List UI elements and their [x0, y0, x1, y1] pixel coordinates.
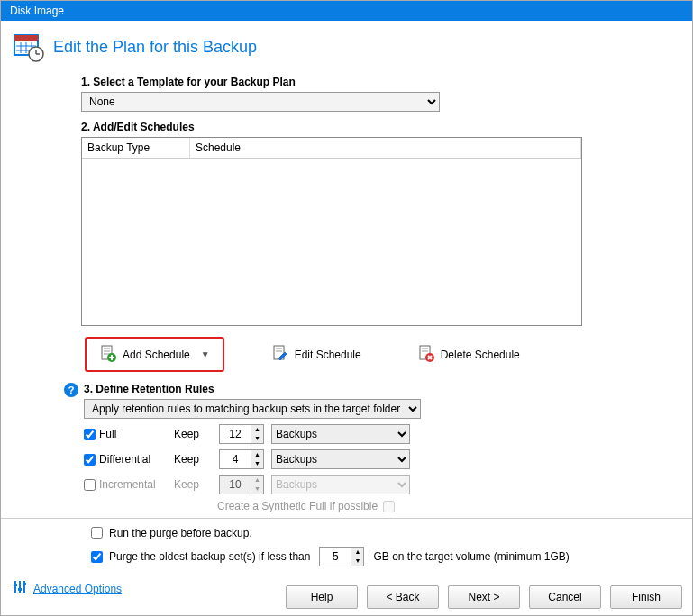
purge-oldest-label: Purge the oldest backup set(s) if less t…	[109, 550, 310, 563]
diff-count-input[interactable]	[220, 450, 251, 468]
schedule-table: Backup Type Schedule	[81, 137, 582, 326]
add-schedule-button[interactable]: Add Schedule ▼	[85, 337, 224, 372]
synthetic-checkbox	[383, 501, 395, 512]
document-delete-icon	[417, 344, 435, 365]
diff-count-spinner[interactable]: ▲▼	[219, 449, 264, 469]
diff-keep-label: Keep	[174, 453, 219, 466]
window-title: Disk Image	[1, 1, 692, 21]
spin-down-icon[interactable]: ▼	[251, 434, 263, 443]
section3-label: 3. Define Retention Rules	[84, 383, 421, 395]
add-schedule-label: Add Schedule	[123, 349, 190, 361]
spin-down-icon[interactable]: ▼	[251, 459, 263, 468]
document-edit-icon	[271, 344, 289, 365]
spin-up-icon[interactable]: ▲	[251, 450, 263, 459]
full-checkbox[interactable]	[84, 429, 96, 440]
purge-gb-input[interactable]	[320, 548, 351, 566]
page-title: Edit the Plan for this Backup	[53, 38, 257, 57]
spin-up-icon: ▲	[251, 476, 263, 485]
calendar-clock-icon	[12, 30, 44, 65]
edit-schedule-button[interactable]: Edit Schedule	[262, 339, 370, 370]
diff-label: Differential	[99, 453, 150, 466]
section1-label: 1. Select a Template for your Backup Pla…	[81, 76, 681, 88]
inc-unit-select: Backups	[271, 475, 410, 494]
diff-unit-select[interactable]: Backups	[271, 449, 410, 469]
inc-count-spinner: ▲▼	[219, 475, 264, 494]
full-unit-select[interactable]: Backups	[271, 424, 410, 444]
help-button[interactable]: Help	[286, 585, 358, 609]
svg-rect-30	[18, 588, 22, 591]
full-keep-label: Keep	[174, 428, 219, 440]
col-schedule[interactable]: Schedule	[190, 138, 581, 158]
run-purge-label: Run the purge before backup.	[109, 527, 252, 539]
inc-checkbox[interactable]	[84, 479, 96, 491]
diff-checkbox[interactable]	[84, 454, 96, 466]
inc-count-input	[220, 476, 251, 494]
delete-schedule-button[interactable]: Delete Schedule	[408, 339, 529, 370]
edit-schedule-label: Edit Schedule	[295, 349, 361, 361]
spin-up-icon[interactable]: ▲	[351, 548, 363, 557]
inc-keep-label: Keep	[174, 478, 219, 491]
help-icon[interactable]: ?	[64, 383, 78, 397]
full-label: Full	[99, 428, 116, 440]
delete-schedule-label: Delete Schedule	[441, 349, 520, 361]
template-select[interactable]: None	[81, 92, 440, 112]
col-backup-type[interactable]: Backup Type	[82, 138, 190, 158]
purge-gb-spinner[interactable]: ▲▼	[319, 547, 364, 566]
synthetic-label: Create a Synthetic Full if possible	[217, 500, 378, 512]
next-button[interactable]: Next >	[448, 585, 520, 609]
svg-rect-31	[23, 583, 26, 585]
finish-button[interactable]: Finish	[610, 585, 682, 609]
run-purge-checkbox[interactable]	[91, 527, 103, 539]
retention-rule-select[interactable]: Apply retention rules to matching backup…	[84, 399, 421, 419]
dropdown-caret-icon: ▼	[201, 349, 210, 359]
spin-up-icon[interactable]: ▲	[251, 425, 263, 434]
svg-rect-1	[14, 35, 38, 41]
advanced-options-link[interactable]: Advanced Options	[33, 583, 122, 595]
schedule-table-body	[82, 159, 581, 317]
sliders-icon	[12, 579, 28, 598]
purge-oldest-suffix: GB on the target volume (minimum 1GB)	[373, 550, 569, 563]
spin-down-icon[interactable]: ▼	[351, 557, 363, 566]
section2-label: 2. Add/Edit Schedules	[81, 121, 681, 133]
cancel-button[interactable]: Cancel	[529, 585, 601, 609]
svg-rect-29	[14, 584, 17, 586]
full-count-input[interactable]	[220, 425, 251, 443]
back-button[interactable]: < Back	[367, 585, 439, 609]
document-add-icon	[99, 344, 117, 365]
inc-label: Incremental	[99, 478, 156, 491]
spin-down-icon: ▼	[251, 485, 263, 494]
full-count-spinner[interactable]: ▲▼	[219, 424, 264, 444]
purge-oldest-checkbox[interactable]	[91, 551, 103, 563]
